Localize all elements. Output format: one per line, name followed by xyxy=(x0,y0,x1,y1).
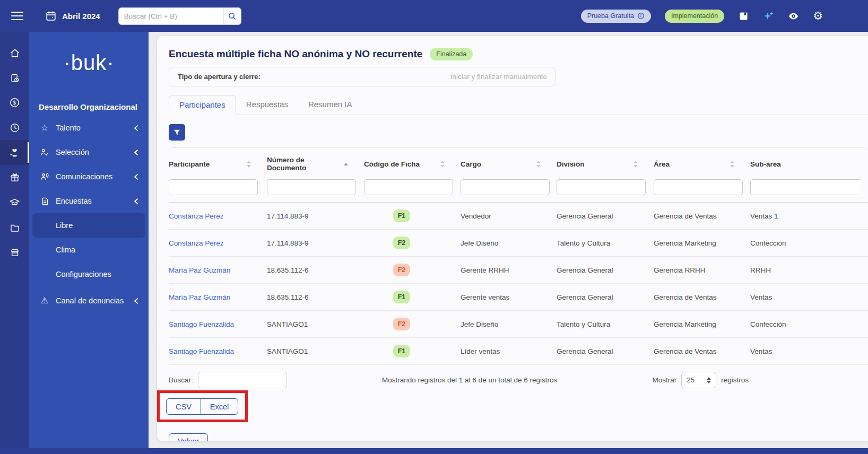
sort-icon[interactable] xyxy=(633,161,638,168)
sidebar-item-seleccion[interactable]: Selección xyxy=(29,140,149,164)
column-filter-input-subarea[interactable] xyxy=(750,179,861,195)
cargo-cell: Líder ventas xyxy=(461,347,557,355)
rail-item-benefits[interactable] xyxy=(0,165,29,190)
column-header-ficha[interactable]: Código de Ficha xyxy=(364,148,461,177)
content-card: Encuesta múltiple ficha NO anónima y NO … xyxy=(157,36,868,441)
division-cell: Talento y Cultura xyxy=(557,239,654,247)
eye-icon[interactable] xyxy=(788,11,799,22)
column-header-subarea[interactable]: Sub-área xyxy=(750,148,868,177)
participant-link[interactable]: Constanza Perez xyxy=(169,239,224,247)
column-filter-input-cargo[interactable] xyxy=(461,179,550,195)
filter-button[interactable] xyxy=(169,124,185,141)
sort-icon[interactable] xyxy=(730,161,734,168)
sidebar-item-encuestas[interactable]: Encuestas xyxy=(29,189,149,213)
sort-icon[interactable] xyxy=(247,161,251,168)
gear-icon[interactable]: ⚙ xyxy=(813,11,823,22)
division-cell: Gerencia General xyxy=(557,266,654,274)
sidebar-section-title: Desarrollo Organizacional xyxy=(39,102,149,111)
top-navbar: Abril 2024 Prueba Gratuita Implementació… xyxy=(0,0,868,32)
excel-export-button[interactable]: Excel xyxy=(201,398,238,415)
global-search-input[interactable] xyxy=(119,12,223,20)
column-header-area[interactable]: Área xyxy=(654,148,750,177)
sidebar-subitem-libre[interactable]: Libre xyxy=(32,213,145,238)
hamburger-menu-icon[interactable] xyxy=(11,9,23,22)
hand-heart-icon xyxy=(9,147,20,158)
chevron-left-icon xyxy=(132,149,140,156)
ficha-badge: F2 xyxy=(393,237,411,249)
rail-item-talent[interactable] xyxy=(0,140,29,165)
column-filter-input-division[interactable] xyxy=(557,179,646,195)
cargo-cell: Gerente RRHH xyxy=(461,266,557,274)
sidebar-item-label: Comunicaciones xyxy=(56,172,112,181)
page-size-select[interactable]: 25 xyxy=(681,372,716,388)
division-cell: Talento y Cultura xyxy=(557,320,654,328)
tab-participantes[interactable]: Participantes xyxy=(169,95,236,115)
table-row: Santiago Fuenzalida SANTIAGO1 F2 Jefe Di… xyxy=(169,311,868,338)
sort-icon[interactable] xyxy=(344,163,348,165)
sidebar-subitem-configuraciones[interactable]: Configuraciones xyxy=(32,262,145,286)
sparkles-icon[interactable] xyxy=(763,11,774,22)
sidebar-subitem-clima[interactable]: Clima xyxy=(32,238,145,262)
sidebar-subitem-label: Configuraciones xyxy=(56,270,111,278)
tab-resumen-ia[interactable]: Resumen IA xyxy=(298,95,362,115)
rail-item-documents[interactable] xyxy=(0,215,29,240)
sidebar-item-comunicaciones[interactable]: Comunicaciones xyxy=(29,164,149,189)
sort-icon[interactable] xyxy=(440,161,445,168)
csv-export-button[interactable]: CSV xyxy=(166,398,201,415)
column-header-division[interactable]: División xyxy=(557,148,654,177)
back-button[interactable]: Volver xyxy=(169,433,208,441)
area-cell: Gerencia de Ventas xyxy=(654,347,750,355)
sidebar-item-talento[interactable]: ☆ Talento xyxy=(29,116,149,140)
info-icon xyxy=(637,12,645,20)
rail-item-training[interactable] xyxy=(0,190,29,215)
rail-item-company[interactable] xyxy=(0,240,29,265)
participant-link[interactable]: Constanza Perez xyxy=(169,212,224,220)
sidebar-item-label: Selección xyxy=(56,148,89,156)
column-header-participante[interactable]: Participante xyxy=(169,148,267,177)
rail-item-payroll[interactable]: $ xyxy=(0,90,29,115)
table-row: María Paz Guzmán 18.635.112-6 F1 Gerente… xyxy=(169,284,868,311)
person-voice-icon xyxy=(39,172,50,181)
rail-item-time[interactable] xyxy=(0,115,29,140)
subarea-cell: Ventas 1 xyxy=(750,212,868,220)
column-filter-input-ficha[interactable] xyxy=(364,179,453,195)
table-footer: Buscar: Mostrando registros del 1 al 6 d… xyxy=(169,372,868,388)
rail-item-tasks[interactable] xyxy=(0,65,29,90)
icon-rail: $ xyxy=(0,32,29,454)
participant-link[interactable]: María Paz Guzmán xyxy=(169,266,230,274)
table-header-block: Participante Número de Documento Código … xyxy=(169,147,868,203)
sort-icon[interactable] xyxy=(536,161,541,168)
division-cell: Gerencia General xyxy=(557,212,654,220)
ficha-badge: F1 xyxy=(393,291,411,303)
sidebar-menu: ☆ Talento Selección xyxy=(29,116,149,313)
bottom-bar xyxy=(0,448,868,454)
global-search xyxy=(118,7,241,25)
trial-badge[interactable]: Prueba Gratuita xyxy=(581,10,651,23)
dollar-circle-icon: $ xyxy=(9,97,20,108)
implementation-badge[interactable]: Implementación xyxy=(665,10,724,23)
period-selector[interactable]: Abril 2024 xyxy=(45,10,100,22)
column-filter-input-documento[interactable] xyxy=(267,179,356,195)
column-filter-input-area[interactable] xyxy=(654,179,743,195)
search-icon[interactable] xyxy=(223,8,241,24)
clipboard-clock-icon xyxy=(10,73,20,83)
export-button-group: CSV Excel xyxy=(166,398,238,415)
table-row: Constanza Perez 17.114.883-9 F2 Jefe Dis… xyxy=(169,230,868,257)
participant-link[interactable]: Santiago Fuenzalida xyxy=(169,347,234,355)
save-icon[interactable] xyxy=(738,11,749,22)
rail-item-home[interactable] xyxy=(0,40,29,65)
sidebar-item-canal-denuncias[interactable]: ⚠ Canal de denuncias xyxy=(29,289,149,313)
participant-link[interactable]: Santiago Fuenzalida xyxy=(169,320,234,328)
column-header-documento[interactable]: Número de Documento xyxy=(267,148,364,177)
star-icon: ☆ xyxy=(39,124,50,132)
table-search-input[interactable] xyxy=(198,372,287,388)
column-header-cargo[interactable]: Cargo xyxy=(461,148,557,177)
open-close-value: Iniciar y finalizar manualmente xyxy=(450,73,547,81)
person-check-icon xyxy=(39,147,50,157)
tab-respuestas[interactable]: Respuestas xyxy=(236,95,298,115)
svg-text:$: $ xyxy=(13,100,16,106)
participant-link[interactable]: María Paz Guzmán xyxy=(169,293,230,301)
folder-icon xyxy=(10,222,20,233)
column-filter-input-participante[interactable] xyxy=(169,179,258,195)
division-cell: Gerencia General xyxy=(557,293,654,301)
